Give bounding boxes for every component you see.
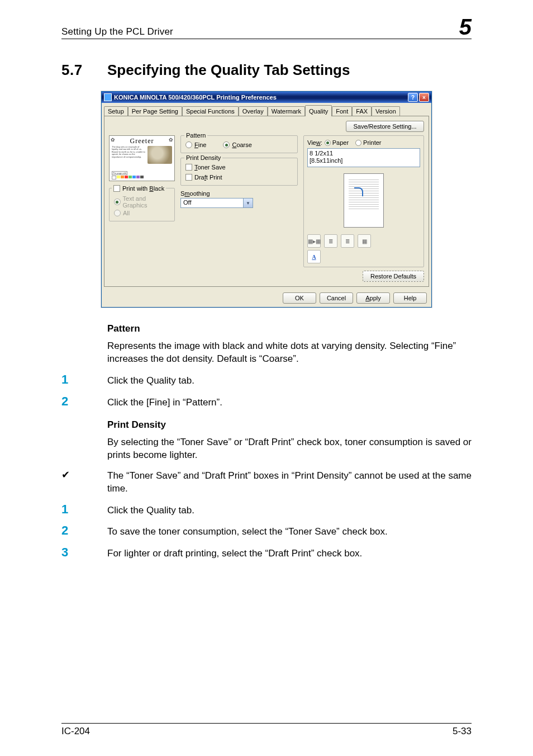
tab-version[interactable]: Version (372, 106, 400, 116)
window-title: KONICA MINOLTA 500/420/360PCL Printing P… (114, 94, 408, 101)
running-header-text: Setting Up the PCL Driver (61, 26, 173, 37)
radio-text-and-graphics: Text and Graphics (114, 195, 170, 209)
swatch (112, 176, 116, 179)
smoothing-value: Off (181, 199, 243, 207)
checkbox-icon (113, 185, 120, 192)
titlebar: KONICA MINOLTA 500/420/360PCL Printing P… (102, 92, 431, 103)
titlebar-close-button[interactable]: × (419, 93, 429, 102)
checkmark-icon: ✔ (61, 470, 107, 481)
print-density-heading: Print Density (107, 419, 472, 431)
draft-print-checkbox[interactable]: Draft Print (185, 174, 293, 181)
preview-corner-left-icon: ✿ (111, 137, 115, 143)
note-text: The “Toner Save” and “Draft Print” boxes… (107, 470, 472, 495)
smoothing-block: Smoothing Off ▼ (180, 190, 298, 208)
radio-icon (223, 141, 230, 148)
status-icon-2: ≣ (324, 234, 337, 248)
view-panel: View: Paper Printer (303, 135, 424, 267)
smoothing-dropdown[interactable]: Off ▼ (180, 198, 253, 208)
preview-image-icon (147, 146, 172, 164)
printing-preferences-dialog: KONICA MINOLTA 500/420/360PCL Printing P… (101, 91, 432, 308)
page-preview: ✿ ✿ Greeter The dog sets an example of l… (109, 135, 175, 181)
print-with-black-checkbox[interactable]: Print with Black (112, 185, 166, 192)
cancel-button[interactable]: Cancel (320, 292, 353, 304)
save-restore-setting-button[interactable]: Save/Restore Setting... (346, 121, 424, 132)
paper-name-box: 8 1/2x11 [8.5x11inch] (307, 148, 420, 167)
footer-right: 5-33 (453, 726, 472, 737)
step-text: Click the [Fine] in “Pattern”. (107, 396, 472, 409)
preview-per-page-label: Per page edit (112, 171, 127, 175)
step-number: 1 (61, 374, 107, 386)
radio-icon (114, 210, 121, 216)
swatch (121, 176, 124, 178)
help-button[interactable]: Help (393, 292, 427, 304)
dialog-button-row: OK Cancel Apply Help (102, 289, 431, 307)
page-footer: IC-204 5-33 (61, 723, 472, 737)
step-row: 2 To save the toner consumption, select … (61, 525, 472, 538)
chevron-down-icon: ▼ (243, 199, 253, 207)
preview-corner-right-icon: ✿ (169, 137, 173, 143)
step-row: 1 Click the Quality tab. (61, 374, 472, 388)
step-row: 3 For lighter or draft printing, select … (61, 546, 472, 560)
radio-coarse[interactable]: Coarse (223, 141, 251, 148)
radio-icon (325, 140, 331, 146)
swatch (140, 176, 144, 178)
left-column: ✿ ✿ Greeter The dog sets an example of l… (109, 135, 175, 282)
apply-button[interactable]: Apply (356, 292, 390, 304)
chapter-number: 5 (459, 17, 472, 37)
preview-swatches (112, 176, 172, 179)
radio-icon (114, 199, 121, 205)
ok-button[interactable]: OK (283, 292, 316, 304)
swatch (117, 176, 120, 178)
step-text: Click the Quality tab. (107, 375, 472, 388)
step-number: 1 (61, 503, 107, 516)
step-text: Click the Quality tab. (107, 504, 472, 517)
tab-overlay[interactable]: Overlay (239, 106, 268, 116)
status-icon-row: ▦▸▦ ≣ ≣ ▦ (307, 234, 420, 248)
step-row: 1 Click the Quality tab. (61, 503, 472, 517)
radio-icon (185, 141, 192, 148)
tab-fax[interactable]: FAX (352, 106, 372, 116)
status-icon-3: ≣ (341, 234, 354, 248)
swatch (136, 176, 140, 178)
tab-setup[interactable]: Setup (104, 106, 128, 116)
smoothing-a-icon: A (307, 250, 321, 263)
status-icon-1: ▦▸▦ (307, 234, 321, 248)
tab-watermark[interactable]: Watermark (268, 106, 305, 116)
print-density-paragraph: By selecting the “Toner Save” or “Draft … (107, 436, 472, 462)
view-label: View: (307, 139, 322, 146)
radio-fine[interactable]: Fine (185, 141, 206, 148)
section-title: Specifying the Quality Tab Settings (107, 62, 350, 79)
section-number: 5.7 (61, 62, 107, 79)
tab-quality[interactable]: Quality (305, 105, 332, 116)
titlebar-help-button[interactable]: ? (408, 93, 418, 102)
step-number: 3 (61, 546, 107, 559)
print-density-legend: Print Density (184, 154, 222, 161)
preview-body-text: The dog sets an example of loyalty and w… (112, 146, 145, 164)
swatch (132, 176, 136, 178)
swatch (129, 176, 132, 178)
restore-defaults-button[interactable]: Restore Defaults (363, 271, 424, 282)
right-column: View: Paper Printer (303, 135, 424, 282)
pattern-heading: Pattern (107, 323, 472, 334)
preview-bottom: Per page edit (112, 171, 172, 179)
checkbox-icon (185, 164, 192, 171)
tab-special-functions[interactable]: Special Functions (182, 106, 239, 116)
step-text: To save the toner consumption, select th… (107, 526, 472, 538)
note-row: ✔ The “Toner Save” and “Draft Print” box… (61, 470, 472, 495)
running-header: Setting Up the PCL Driver 5 (61, 17, 472, 39)
step-number: 2 (61, 525, 107, 537)
pattern-group: Pattern Fine Coarse (180, 135, 298, 153)
view-printer-radio[interactable]: Printer (355, 139, 381, 146)
tab-per-page-setting[interactable]: Per Page Setting (128, 106, 182, 116)
pattern-paragraph: Represents the image with black and whit… (107, 340, 472, 366)
step-row: 2 Click the [Fine] in “Pattern”. (61, 395, 472, 409)
view-paper-radio[interactable]: Paper (325, 139, 349, 146)
swatch (125, 176, 128, 178)
tab-strip: Setup Per Page Setting Special Functions… (102, 103, 431, 116)
toner-save-checkbox[interactable]: Toner Save (185, 164, 293, 171)
print-density-group: Print Density Toner Save Draft Print (180, 158, 298, 186)
app-icon (104, 93, 112, 101)
status-icon-4: ▦ (358, 234, 371, 248)
tab-font[interactable]: Font (332, 106, 352, 116)
middle-column: Pattern Fine Coarse (180, 135, 298, 282)
